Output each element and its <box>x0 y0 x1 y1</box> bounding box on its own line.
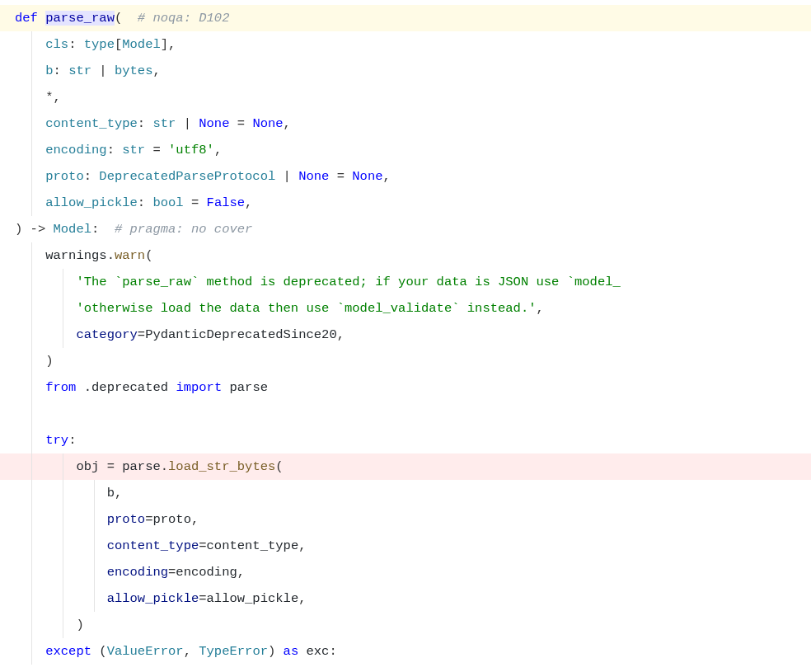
code-token: , <box>214 143 222 157</box>
code-token <box>15 591 107 606</box>
code-line[interactable]: allow_pickle=allow_pickle, <box>0 585 811 612</box>
code-token <box>15 618 76 632</box>
code-token: , <box>152 63 160 78</box>
code-token: str <box>68 63 91 78</box>
code-token: : <box>107 143 123 157</box>
code-line[interactable]: from .deprecated import parse <box>0 374 811 401</box>
code-token: load_str_bytes <box>168 459 275 474</box>
code-line[interactable]: ) -> Model: # pragma: no cover <box>0 216 811 242</box>
code-token: str <box>152 116 176 131</box>
code-token <box>15 380 45 395</box>
code-token: ValueError <box>107 644 184 659</box>
code-line[interactable]: encoding=encoding, <box>0 559 811 585</box>
code-token: encoding <box>176 565 237 580</box>
code-token: as <box>284 644 299 659</box>
code-token <box>15 565 107 580</box>
code-token: = <box>329 169 352 184</box>
code-token: ) -> <box>15 222 54 237</box>
code-token: type <box>84 37 115 52</box>
code-line[interactable]: content_type=content_type, <box>0 533 811 559</box>
code-token: , <box>237 565 245 580</box>
code-line[interactable]: ) <box>0 348 811 374</box>
code-token: bytes <box>115 63 153 78</box>
code-token <box>15 433 45 448</box>
code-token: encoding <box>107 565 168 580</box>
code-token <box>15 354 45 369</box>
code-token: allow_pickle <box>207 591 299 606</box>
code-line[interactable]: encoding: str = 'utf8', <box>0 137 811 163</box>
code-token <box>15 486 107 500</box>
code-token: try <box>45 433 68 448</box>
code-token: warn <box>115 248 145 263</box>
code-token: deprecated <box>91 380 168 395</box>
code-token <box>222 380 229 395</box>
code-token: obj <box>76 459 99 474</box>
code-token: 'utf8' <box>168 143 214 157</box>
code-token: = <box>99 459 122 474</box>
code-token: = <box>145 143 168 157</box>
code-token: parse_raw <box>45 11 115 26</box>
code-token: None <box>298 169 329 184</box>
code-token: bool <box>152 195 183 210</box>
code-token: , <box>383 169 391 184</box>
code-line[interactable]: cls: type[Model], <box>0 31 811 58</box>
code-token: content_type <box>207 538 299 553</box>
code-token <box>15 169 45 184</box>
code-line[interactable]: warnings.warn( <box>0 242 811 269</box>
code-line[interactable]: ) <box>0 612 811 638</box>
code-token: = <box>199 538 206 553</box>
code-line[interactable]: *, <box>0 84 811 110</box>
code-token: , <box>191 512 199 527</box>
code-token: # noqa: D102 <box>138 11 230 26</box>
code-token <box>15 327 76 342</box>
code-token <box>298 644 306 659</box>
code-token: . <box>107 248 115 263</box>
code-token <box>15 538 107 553</box>
code-token: allow_pickle <box>107 591 199 606</box>
code-line[interactable]: obj = parse.load_str_bytes( <box>0 453 811 480</box>
code-token: ) <box>268 644 284 659</box>
code-token: content_type <box>45 116 138 131</box>
code-token: None <box>352 169 382 184</box>
code-viewer[interactable]: def parse_raw( # noqa: D102 cls: type[Mo… <box>0 0 811 668</box>
code-line[interactable]: try: <box>0 427 811 453</box>
code-token <box>15 195 45 210</box>
code-token: , <box>284 116 291 131</box>
code-line[interactable]: content_type: str | None = None, <box>0 110 811 137</box>
code-token: ) <box>45 354 53 369</box>
code-token <box>15 37 45 52</box>
code-line[interactable]: proto: DeprecatedParseProtocol | None = … <box>0 163 811 190</box>
code-token <box>15 143 45 157</box>
code-token: = <box>229 116 252 131</box>
code-token: ( <box>115 11 138 26</box>
code-token: , <box>245 195 252 210</box>
code-token <box>15 116 45 131</box>
code-token: # pragma: no cover <box>115 222 252 237</box>
code-line[interactable]: category=PydanticDeprecatedSince20, <box>0 322 811 348</box>
code-token: from <box>45 380 76 395</box>
code-line[interactable]: def parse_raw( # noqa: D102 <box>0 5 811 31</box>
code-line[interactable]: 'The `parse_raw` method is deprecated; i… <box>0 269 811 295</box>
code-token: Model <box>122 37 161 52</box>
code-line[interactable]: 'otherwise load the data then use `model… <box>0 295 811 322</box>
code-token: ( <box>91 644 107 659</box>
code-line[interactable] <box>0 401 811 427</box>
code-token: b <box>45 63 53 78</box>
code-line[interactable]: b, <box>0 480 811 506</box>
code-token: [ <box>115 37 122 52</box>
code-token: , <box>298 591 306 606</box>
code-line[interactable]: b: str | bytes, <box>0 58 811 84</box>
code-token <box>15 275 76 289</box>
code-token <box>15 459 76 474</box>
code-token: content_type <box>107 538 199 553</box>
code-token: None <box>199 116 229 131</box>
code-token <box>15 63 45 78</box>
code-token: : <box>138 116 153 131</box>
code-token <box>168 380 176 395</box>
code-line[interactable]: except (ValueError, TypeError) as exc: <box>0 638 811 665</box>
code-line[interactable]: allow_pickle: bool = False, <box>0 190 811 216</box>
code-token: except <box>45 644 91 659</box>
code-line[interactable]: proto=proto, <box>0 506 811 533</box>
code-token: DeprecatedParseProtocol <box>99 169 275 184</box>
code-token <box>15 301 76 316</box>
